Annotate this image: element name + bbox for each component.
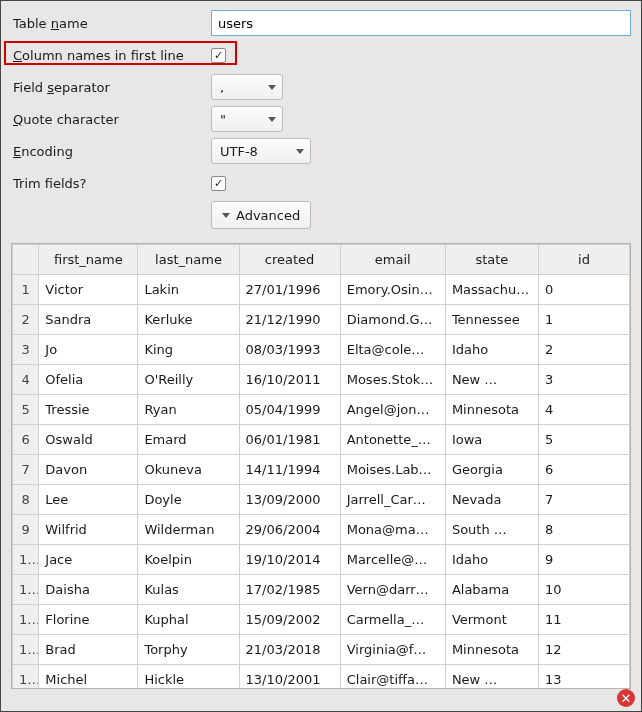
cell-created: 13/10/2001: [239, 665, 340, 690]
advanced-label: Advanced: [236, 208, 300, 223]
cell-created: 21/12/1990: [239, 305, 340, 335]
cell-state: Tennessee: [445, 305, 538, 335]
quote-char-row: Quote character ": [11, 105, 631, 133]
col-header[interactable]: id: [538, 245, 629, 275]
table-row[interactable]: 7DavonOkuneva14/11/1994Moises.Lab…Georgi…: [13, 455, 630, 485]
cell-state: South …: [445, 515, 538, 545]
col-header[interactable]: state: [445, 245, 538, 275]
row-number: 7: [13, 455, 39, 485]
cell-last_name: O'Reilly: [138, 365, 239, 395]
cell-state: Idaho: [445, 545, 538, 575]
cell-email: Antonette_…: [340, 425, 445, 455]
cell-last_name: Doyle: [138, 485, 239, 515]
cell-first_name: Sandra: [39, 305, 138, 335]
encoding-value: UTF-8: [220, 144, 258, 159]
table-row[interactable]: 1VictorLakin27/01/1996Emory.Osin…Massach…: [13, 275, 630, 305]
cell-first_name: Daisha: [39, 575, 138, 605]
cell-last_name: Torphy: [138, 635, 239, 665]
cell-state: New …: [445, 365, 538, 395]
preview-table-wrap: first_name last_name created email state…: [11, 243, 631, 689]
cell-last_name: Kulas: [138, 575, 239, 605]
row-number: 2: [13, 305, 39, 335]
table-row[interactable]: 5TressieRyan05/04/1999Angel@jon…Minnesot…: [13, 395, 630, 425]
cell-state: Massachus…: [445, 275, 538, 305]
advanced-button[interactable]: Advanced: [211, 201, 311, 229]
row-number: 14: [13, 665, 39, 690]
trim-fields-row: Trim fields? ✓: [11, 169, 631, 197]
cell-id: 5: [538, 425, 629, 455]
chevron-down-icon: [268, 85, 276, 90]
cell-email: Clair@tiffa…: [340, 665, 445, 690]
cell-state: Idaho: [445, 335, 538, 365]
row-number: 9: [13, 515, 39, 545]
field-separator-label: Field separator: [11, 80, 211, 95]
cell-email: Jarrell_Car…: [340, 485, 445, 515]
table-row[interactable]: 14MichelHickle13/10/2001Clair@tiffa…New …: [13, 665, 630, 690]
chevron-down-icon: [222, 213, 230, 218]
cell-email: Vern@darr…: [340, 575, 445, 605]
row-number: 8: [13, 485, 39, 515]
cell-email: Elta@cole…: [340, 335, 445, 365]
table-row[interactable]: 10JaceKoelpin19/10/2014Marcelle@…Idaho9: [13, 545, 630, 575]
cell-created: 29/06/2004: [239, 515, 340, 545]
table-row[interactable]: 3JoKing08/03/1993Elta@cole…Idaho2: [13, 335, 630, 365]
table-row[interactable]: 4OfeliaO'Reilly16/10/2011Moses.Stok…New …: [13, 365, 630, 395]
cell-created: 16/10/2011: [239, 365, 340, 395]
table-name-input[interactable]: [211, 10, 631, 36]
cell-first_name: Florine: [39, 605, 138, 635]
cell-created: 05/04/1999: [239, 395, 340, 425]
cell-last_name: Wilderman: [138, 515, 239, 545]
cell-first_name: Lee: [39, 485, 138, 515]
trim-fields-label: Trim fields?: [11, 176, 211, 191]
cell-state: Nevada: [445, 485, 538, 515]
cell-id: 10: [538, 575, 629, 605]
table-row[interactable]: 9WilfridWilderman29/06/2004Mona@ma…South…: [13, 515, 630, 545]
cell-email: Moises.Lab…: [340, 455, 445, 485]
row-number: 13: [13, 635, 39, 665]
table-row[interactable]: 2SandraKerluke21/12/1990Diamond.G…Tennes…: [13, 305, 630, 335]
cell-id: 4: [538, 395, 629, 425]
table-header: first_name last_name created email state…: [13, 245, 630, 275]
cell-email: Angel@jon…: [340, 395, 445, 425]
col-header[interactable]: email: [340, 245, 445, 275]
cell-created: 21/03/2018: [239, 635, 340, 665]
cell-email: Diamond.G…: [340, 305, 445, 335]
error-icon[interactable]: ✕: [617, 689, 635, 707]
row-number: 10: [13, 545, 39, 575]
table-row[interactable]: 8LeeDoyle13/09/2000Jarrell_Car…Nevada7: [13, 485, 630, 515]
table-row[interactable]: 11DaishaKulas17/02/1985Vern@darr…Alabama…: [13, 575, 630, 605]
cell-last_name: Kuphal: [138, 605, 239, 635]
cell-first_name: Oswald: [39, 425, 138, 455]
col-header[interactable]: last_name: [138, 245, 239, 275]
cell-last_name: Koelpin: [138, 545, 239, 575]
cell-email: Moses.Stok…: [340, 365, 445, 395]
cell-email: Emory.Osin…: [340, 275, 445, 305]
quote-char-combo[interactable]: ": [211, 106, 283, 132]
cell-last_name: Ryan: [138, 395, 239, 425]
table-row[interactable]: 12FlorineKuphal15/09/2002Carmella_…Vermo…: [13, 605, 630, 635]
cell-last_name: Emard: [138, 425, 239, 455]
cell-state: Vermont: [445, 605, 538, 635]
trim-fields-checkbox[interactable]: ✓: [211, 176, 226, 191]
col-header[interactable]: created: [239, 245, 340, 275]
cell-id: 1: [538, 305, 629, 335]
row-number: 3: [13, 335, 39, 365]
cell-state: New …: [445, 665, 538, 690]
row-number: 5: [13, 395, 39, 425]
col-header[interactable]: first_name: [39, 245, 138, 275]
cell-email: Carmella_…: [340, 605, 445, 635]
field-separator-combo[interactable]: ,: [211, 74, 283, 100]
cell-first_name: Ofelia: [39, 365, 138, 395]
advanced-row: Advanced: [11, 201, 631, 229]
cell-created: 17/02/1985: [239, 575, 340, 605]
table-row[interactable]: 6OswaldEmard06/01/1981Antonette_…Iowa5: [13, 425, 630, 455]
cell-id: 8: [538, 515, 629, 545]
field-separator-value: ,: [220, 80, 224, 95]
column-names-label: Column names in first line: [11, 48, 211, 63]
row-number: 1: [13, 275, 39, 305]
cell-created: 08/03/1993: [239, 335, 340, 365]
table-row[interactable]: 13BradTorphy21/03/2018Virginia@f…Minneso…: [13, 635, 630, 665]
cell-first_name: Tressie: [39, 395, 138, 425]
encoding-combo[interactable]: UTF-8: [211, 138, 311, 164]
column-names-checkbox[interactable]: ✓: [211, 48, 226, 63]
